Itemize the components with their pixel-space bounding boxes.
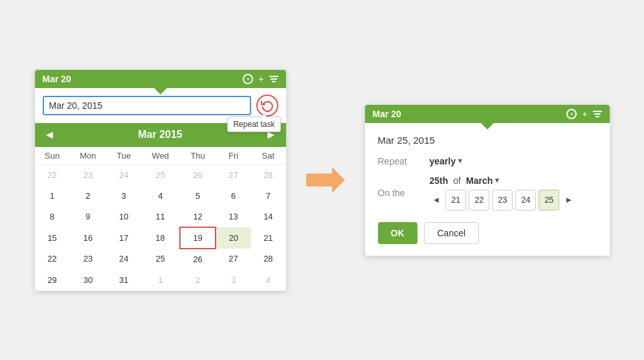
calendar-cell[interactable]: 4 (141, 185, 180, 206)
calendar-cell[interactable]: 22 (35, 249, 69, 270)
calendar-cell[interactable]: 25 (141, 249, 180, 270)
calendar-cell[interactable]: 24 (107, 164, 141, 185)
calendar-grid: Sun Mon Tue Wed Thu Fri Sat 222324252627… (35, 147, 286, 291)
day-cell-22[interactable]: 22 (469, 190, 489, 210)
calendar-cell[interactable]: 9 (69, 206, 106, 227)
left-header-arrow (154, 88, 167, 95)
right-plus-button[interactable]: + (582, 109, 587, 119)
calendar-cell[interactable]: 5 (180, 185, 216, 206)
right-panel: Mar 20 × + Mar 25, 2015 Repeat yearly ▾ (364, 104, 610, 256)
repeat-dropdown[interactable]: yearly ▾ (430, 156, 462, 166)
calendar-row: 22232425262728 (35, 164, 285, 185)
col-mon: Mon (69, 147, 106, 165)
repeat-row: Repeat yearly ▾ (378, 156, 597, 166)
day-nav-prev[interactable]: ◄ (430, 192, 443, 207)
on-the-of: of (453, 175, 461, 186)
day-cell-23[interactable]: 23 (492, 190, 513, 210)
calendar-cell[interactable]: 19 (180, 227, 216, 249)
calendar-cell[interactable]: 27 (216, 164, 250, 185)
calendar-row: 22232425262728 (35, 249, 285, 270)
calendar-cell[interactable]: 23 (69, 249, 106, 270)
calendar-cell[interactable]: 26 (180, 164, 216, 185)
calendar-cell[interactable]: 11 (141, 206, 180, 227)
scene: Mar 20 × + Repeat task (21, 56, 623, 304)
calendar-body: 2223242526272812345678910111213141516171… (35, 164, 285, 290)
right-header-title: Mar 20 (373, 109, 401, 119)
calendar-cell[interactable]: 24 (107, 249, 141, 270)
cal-prev-button[interactable]: ◄ (44, 128, 56, 142)
calendar-cell[interactable]: 22 (35, 164, 69, 185)
calendar-cell[interactable]: 25 (141, 164, 180, 185)
col-fri: Fri (216, 147, 250, 165)
calendar-cell[interactable]: 18 (141, 227, 180, 249)
repeat-task-button[interactable] (256, 95, 278, 117)
calendar-cell[interactable]: 14 (251, 206, 285, 227)
repeat-dialog: Mar 25, 2015 Repeat yearly ▾ On the 25th… (365, 123, 610, 256)
left-panel: Mar 20 × + Repeat task (34, 69, 287, 291)
calendar-cell[interactable]: 1 (35, 185, 69, 206)
dialog-date: Mar 25, 2015 (378, 135, 597, 146)
transition-arrow (306, 167, 345, 193)
calendar-cell[interactable]: 4 (251, 269, 285, 290)
dialog-buttons: OK Cancel (378, 222, 597, 244)
calendar-cell[interactable]: 28 (251, 249, 285, 270)
ok-button[interactable]: OK (378, 222, 417, 244)
day-cell-25[interactable]: 25 (539, 190, 559, 210)
calendar-cell[interactable]: 12 (180, 206, 216, 227)
calendar-cell[interactable]: 27 (216, 249, 250, 270)
right-close-button[interactable]: × (566, 109, 577, 119)
day-nav-next[interactable]: ► (562, 192, 575, 207)
repeat-value: yearly (430, 156, 456, 166)
day-cell-24[interactable]: 24 (515, 190, 536, 210)
repeat-dropdown-arrow: ▾ (458, 157, 462, 165)
day-number-group: ◄ 21 22 23 24 25 ► (430, 190, 576, 210)
calendar-cell[interactable]: 20 (216, 227, 250, 249)
right-filter-icon[interactable] (593, 111, 602, 117)
calendar-cell[interactable]: 17 (107, 227, 141, 249)
col-tue: Tue (107, 147, 141, 165)
calendar-cell[interactable]: 7 (251, 185, 285, 206)
calendar-cell[interactable]: 30 (69, 269, 106, 290)
left-header-title: Mar 20 (43, 74, 71, 84)
calendar-cell[interactable]: 6 (216, 185, 250, 206)
day-cell-21[interactable]: 21 (445, 190, 466, 210)
left-close-button[interactable]: × (243, 74, 253, 84)
repeat-tooltip: Repeat task (227, 117, 280, 132)
calendar-cell[interactable]: 21 (251, 227, 285, 249)
month-dropdown-arrow: ▾ (495, 176, 499, 185)
cancel-button[interactable]: Cancel (424, 222, 480, 244)
calendar-cell[interactable]: 1 (141, 269, 180, 290)
on-the-full-row: 25th of March ▾ (430, 175, 576, 186)
left-filter-icon[interactable] (269, 76, 278, 82)
calendar-cell[interactable]: 10 (107, 206, 141, 227)
left-header-icons: × + (243, 74, 278, 84)
calendar-cell[interactable]: 16 (69, 227, 106, 249)
col-sun: Sun (35, 147, 69, 165)
left-header: Mar 20 × + (35, 70, 286, 88)
calendar-cell[interactable]: 31 (107, 269, 141, 290)
calendar-row: 891011121314 (35, 206, 285, 227)
month-dropdown[interactable]: March ▾ (466, 175, 499, 186)
calendar-cell[interactable]: 28 (251, 164, 285, 185)
on-the-row: On the 25th of March ▾ ◄ 21 22 2 (378, 175, 597, 210)
month-value: March (466, 175, 493, 186)
calendar-cell[interactable]: 23 (69, 164, 106, 185)
right-header: Mar 20 × + (365, 105, 610, 123)
left-plus-button[interactable]: + (258, 74, 263, 84)
date-input[interactable] (43, 96, 251, 115)
calendar-cell[interactable]: 15 (35, 227, 69, 249)
calendar-cell[interactable]: 2 (69, 185, 106, 206)
on-the-day: 25th (430, 175, 449, 186)
calendar-row: 15161718192021 (35, 227, 285, 249)
calendar-cell[interactable]: 13 (216, 206, 250, 227)
col-sat: Sat (251, 147, 285, 165)
calendar-cell[interactable]: 3 (216, 269, 250, 290)
calendar-cell[interactable]: 2 (180, 269, 216, 290)
calendar-cell[interactable]: 8 (35, 206, 69, 227)
on-the-content: 25th of March ▾ ◄ 21 22 23 24 25 (430, 175, 576, 210)
calendar-row: 1234567 (35, 185, 285, 206)
calendar-cell[interactable]: 3 (107, 185, 141, 206)
on-the-label: On the (378, 188, 423, 198)
calendar-cell[interactable]: 29 (35, 269, 69, 290)
calendar-cell[interactable]: 26 (180, 249, 216, 270)
